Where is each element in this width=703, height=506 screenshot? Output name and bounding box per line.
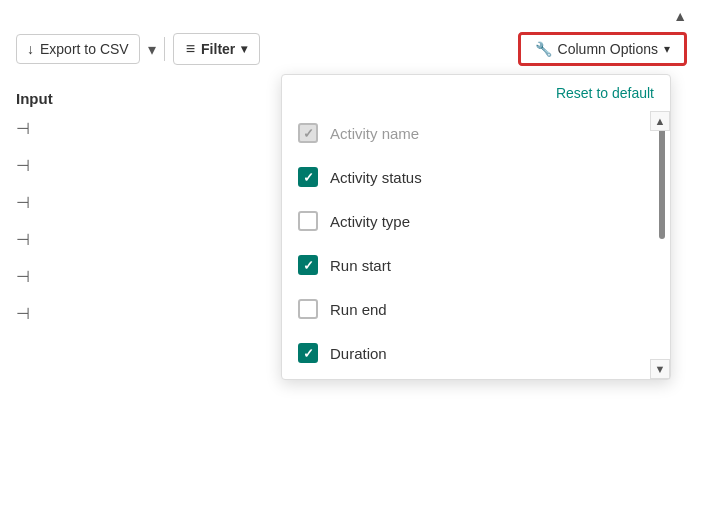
- column-options-label: Column Options: [558, 41, 658, 57]
- option-run-start[interactable]: Run start: [282, 243, 670, 287]
- option-label-run-end: Run end: [330, 301, 387, 318]
- column-options-button[interactable]: 🔧 Column Options ▾: [518, 32, 687, 66]
- arrow-icon: ⊣: [16, 156, 30, 175]
- toolbar-divider: [164, 37, 165, 61]
- input-label: Input: [16, 82, 264, 119]
- input-rows-container: ⊣ ⊣ ⊣ ⊣ ⊣ ⊣: [16, 119, 264, 323]
- arrow-icon: ⊣: [16, 193, 30, 212]
- filter-dropdown-icon: ▾: [241, 42, 247, 56]
- checkbox-activity-name[interactable]: [298, 123, 318, 143]
- filter-label: Filter: [201, 41, 235, 57]
- option-activity-type[interactable]: Activity type: [282, 199, 670, 243]
- scroll-down-arrow[interactable]: ▼: [650, 359, 670, 379]
- filter-icon: ≡: [186, 40, 195, 58]
- list-item: ⊣: [16, 119, 264, 138]
- filter-button[interactable]: ≡ Filter ▾: [173, 33, 261, 65]
- reset-to-default-link[interactable]: Reset to default: [556, 85, 654, 101]
- chevron-down-icon[interactable]: ▾: [148, 40, 156, 59]
- option-label-activity-status: Activity status: [330, 169, 422, 186]
- checkbox-activity-type[interactable]: [298, 211, 318, 231]
- option-run-end[interactable]: Run end: [282, 287, 670, 331]
- arrow-icon: ⊣: [16, 304, 30, 323]
- list-item: ⊣: [16, 304, 264, 323]
- checkbox-run-start[interactable]: [298, 255, 318, 275]
- column-options-dropdown-icon: ▾: [664, 42, 670, 56]
- checkbox-activity-status[interactable]: [298, 167, 318, 187]
- option-activity-name[interactable]: Activity name: [282, 111, 670, 155]
- option-label-duration: Duration: [330, 345, 387, 362]
- list-item: ⊣: [16, 267, 264, 286]
- export-csv-button[interactable]: ↓ Export to CSV: [16, 34, 140, 64]
- arrow-icon: ⊣: [16, 119, 30, 138]
- option-activity-status[interactable]: Activity status: [282, 155, 670, 199]
- list-item: ⊣: [16, 193, 264, 212]
- checkbox-duration[interactable]: [298, 343, 318, 363]
- arrow-icon: ⊣: [16, 267, 30, 286]
- arrow-icon: ⊣: [16, 230, 30, 249]
- checkbox-run-end[interactable]: [298, 299, 318, 319]
- option-label-activity-type: Activity type: [330, 213, 410, 230]
- list-item: ⊣: [16, 156, 264, 175]
- export-icon: ↓: [27, 41, 34, 57]
- scroll-up-arrow[interactable]: ▲: [650, 111, 670, 131]
- option-duration[interactable]: Duration: [282, 331, 670, 375]
- option-label-activity-name: Activity name: [330, 125, 419, 142]
- options-scroll-container[interactable]: Activity name Activity status Activity t…: [282, 107, 670, 379]
- list-item: ⊣: [16, 230, 264, 249]
- wrench-icon: 🔧: [535, 41, 552, 57]
- option-label-run-start: Run start: [330, 257, 391, 274]
- column-options-dropdown: Reset to default Activity name Activity …: [281, 74, 671, 380]
- export-csv-label: Export to CSV: [40, 41, 129, 57]
- chevron-up-icon[interactable]: ▲: [673, 8, 687, 24]
